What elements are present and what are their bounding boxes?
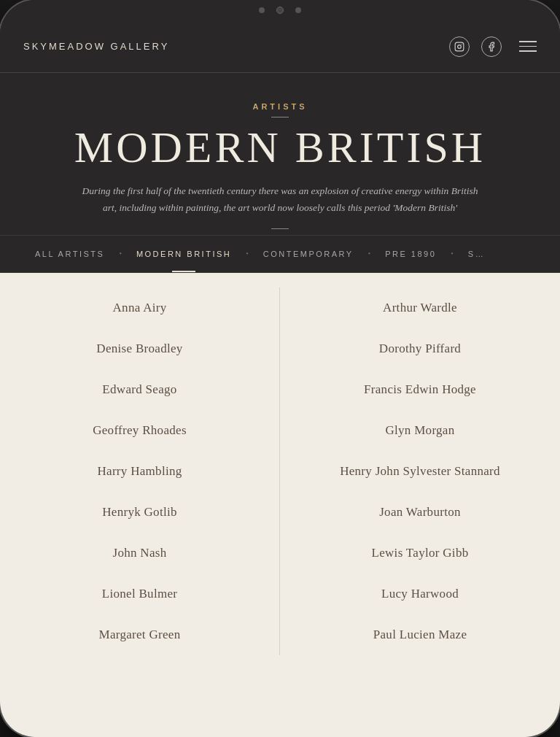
- filter-dot-4: •: [448, 250, 456, 258]
- filter-contemporary[interactable]: CONTEMPORARY: [252, 236, 365, 272]
- hamburger-menu[interactable]: [519, 41, 537, 52]
- hero-title: MODERN BRITISH: [44, 123, 516, 171]
- hero-divider-top: [271, 117, 289, 117]
- svg-point-2: [462, 44, 462, 45]
- artists-section: Anna Airy Denise Broadley Edward Seago G…: [0, 273, 560, 737]
- filter-navigation: ALL ARTISTS • MODERN BRITISH • CONTEMPOR…: [0, 235, 560, 273]
- filter-dot-1: •: [116, 250, 125, 258]
- hamburger-line-2: [519, 46, 537, 47]
- list-item[interactable]: Denise Broadley: [0, 328, 279, 369]
- svg-point-1: [458, 45, 462, 48]
- site-logo: SKYMEADOW GALLERY: [23, 41, 169, 52]
- screen: SKYMEADOW GALLERY: [0, 20, 560, 737]
- navigation: SKYMEADOW GALLERY: [0, 20, 560, 73]
- artists-column-right: Arthur Wardle Dorothy Piffard Francis Ed…: [280, 288, 560, 655]
- list-item[interactable]: Edward Seago: [0, 369, 279, 410]
- list-item[interactable]: Joan Warburton: [280, 492, 560, 533]
- list-item[interactable]: Margaret Green: [0, 614, 279, 655]
- hero-description: During the first half of the twentieth c…: [76, 183, 484, 217]
- facebook-icon[interactable]: [481, 36, 502, 57]
- hamburger-line-1: [519, 41, 537, 42]
- hamburger-line-3: [519, 50, 537, 52]
- artists-column-left: Anna Airy Denise Broadley Edward Seago G…: [0, 288, 280, 655]
- list-item[interactable]: Henry John Sylvester Stannard: [280, 451, 560, 492]
- list-item[interactable]: Geoffrey Rhoades: [0, 410, 279, 451]
- status-dot-2: [295, 7, 301, 13]
- camera-dot: [276, 7, 284, 14]
- list-item[interactable]: Lionel Bulmer: [0, 574, 279, 614]
- artists-grid: Anna Airy Denise Broadley Edward Seago G…: [0, 288, 560, 655]
- list-item[interactable]: Anna Airy: [0, 288, 279, 328]
- svg-rect-0: [455, 42, 464, 51]
- filter-dot-2: •: [243, 250, 252, 258]
- list-item[interactable]: Francis Edwin Hodge: [280, 369, 560, 410]
- nav-icons: [449, 36, 537, 57]
- list-item[interactable]: Arthur Wardle: [280, 288, 560, 328]
- filter-dot-3: •: [365, 250, 374, 258]
- filter-pre1890[interactable]: PRE 1890: [373, 236, 448, 272]
- list-item[interactable]: Paul Lucien Maze: [280, 614, 560, 655]
- filter-s[interactable]: S…: [456, 236, 497, 272]
- filter-all-artists[interactable]: ALL ARTISTS: [23, 236, 116, 272]
- list-item[interactable]: Henryk Gotlib: [0, 492, 279, 533]
- device-frame: SKYMEADOW GALLERY: [0, 0, 560, 737]
- device-top-bar: [0, 0, 560, 20]
- filter-modern-british[interactable]: MODERN BRITISH: [125, 236, 243, 272]
- hero-label: ARTISTS: [44, 102, 516, 111]
- list-item[interactable]: Dorothy Piffard: [280, 328, 560, 369]
- hero-section: ARTISTS MODERN BRITISH During the first …: [0, 73, 560, 235]
- status-dot-1: [259, 7, 265, 13]
- list-item[interactable]: Harry Hambling: [0, 451, 279, 492]
- list-item[interactable]: John Nash: [0, 533, 279, 574]
- list-item[interactable]: Lucy Harwood: [280, 574, 560, 614]
- list-item[interactable]: Glyn Morgan: [280, 410, 560, 451]
- instagram-icon[interactable]: [449, 36, 470, 57]
- filter-s-label: S…: [468, 250, 485, 258]
- list-item[interactable]: Lewis Taylor Gibb: [280, 533, 560, 574]
- hero-divider-bottom: [271, 228, 289, 229]
